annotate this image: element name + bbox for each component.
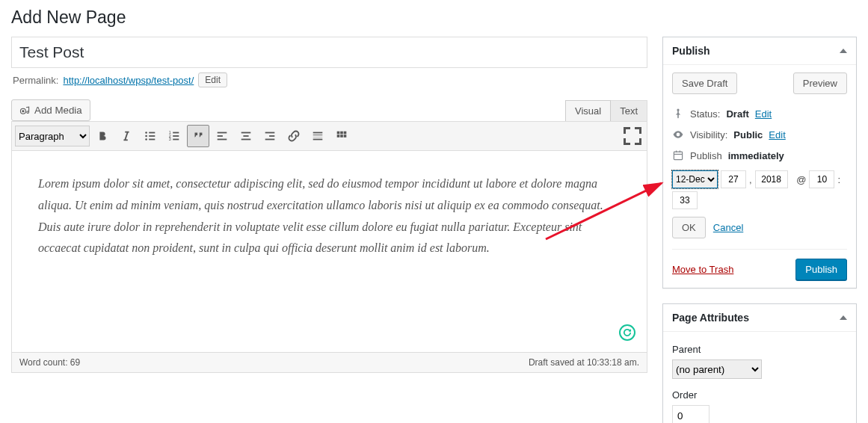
svg-rect-18 [241, 132, 251, 134]
editor-content[interactable]: Lorem ipsum dolor sit amet, consectetur … [11, 151, 647, 353]
schedule-ok-button[interactable]: OK [672, 217, 706, 238]
svg-rect-30 [344, 132, 347, 135]
svg-rect-8 [149, 139, 155, 141]
align-left-button[interactable] [211, 125, 233, 147]
publish-button[interactable]: Publish [795, 259, 847, 280]
svg-point-3 [145, 132, 147, 134]
svg-rect-17 [218, 139, 227, 141]
svg-rect-34 [674, 152, 682, 159]
comma: , [749, 174, 752, 185]
save-draft-button[interactable]: Save Draft [672, 72, 737, 94]
visibility-edit-link[interactable]: Edit [769, 129, 785, 141]
svg-rect-12 [173, 135, 179, 137]
numbered-list-button[interactable]: 123 [163, 125, 185, 147]
svg-point-1 [22, 110, 24, 111]
publish-box: Publish Save Draft Preview Status: Draft… [662, 37, 857, 288]
svg-rect-6 [149, 135, 155, 137]
schedule-month-select[interactable]: 12-Dec [672, 170, 718, 188]
editor-toolbar: Paragraph 123 [11, 121, 647, 151]
page-attributes-box: Page Attributes Parent (no parent) Order [662, 303, 857, 423]
status-value: Draft [726, 108, 748, 120]
tab-visual[interactable]: Visual [565, 100, 611, 121]
word-count: Word count: 69 [19, 357, 80, 368]
content-paragraph[interactable]: Lorem ipsum dolor sit amet, consectetur … [38, 173, 621, 259]
bullet-list-button[interactable] [139, 125, 161, 147]
time-sep: : [837, 174, 840, 185]
publish-schedule-label: Publish [690, 150, 722, 161]
status-label: Status: [690, 108, 720, 120]
align-center-button[interactable] [235, 125, 257, 147]
page-attributes-title: Page Attributes [672, 312, 749, 324]
svg-rect-19 [243, 135, 248, 137]
visibility-value: Public [733, 129, 763, 141]
permalink-url[interactable]: http://localhost/wpsp/test-post/ [63, 75, 194, 86]
fullscreen-button[interactable] [621, 125, 644, 147]
svg-rect-23 [265, 139, 275, 141]
bold-button[interactable] [91, 125, 114, 147]
schedule-cancel-link[interactable]: Cancel [713, 222, 743, 233]
align-right-button[interactable] [259, 125, 281, 147]
svg-rect-16 [218, 135, 223, 137]
publish-schedule-value: immediately [728, 150, 784, 161]
visibility-label: Visibility: [690, 129, 727, 141]
svg-point-5 [145, 135, 147, 138]
link-button[interactable] [283, 125, 305, 147]
collapse-icon [840, 315, 847, 320]
svg-rect-29 [340, 132, 343, 135]
parent-label: Parent [672, 344, 847, 355]
post-title-input[interactable] [11, 37, 647, 68]
format-select[interactable]: Paragraph [15, 126, 90, 146]
order-label: Order [672, 389, 847, 401]
tab-text[interactable]: Text [611, 100, 647, 121]
draft-saved-status: Draft saved at 10:33:18 am. [529, 357, 639, 368]
publish-box-header[interactable]: Publish [663, 37, 856, 65]
svg-rect-22 [269, 135, 274, 137]
page-heading: Add New Page [11, 7, 857, 28]
page-attributes-header[interactable]: Page Attributes [663, 304, 856, 332]
svg-rect-25 [313, 135, 323, 135]
order-input[interactable] [672, 405, 710, 423]
status-edit-link[interactable]: Edit [755, 108, 772, 120]
svg-rect-4 [149, 132, 155, 134]
schedule-minute-input[interactable] [672, 191, 698, 209]
publish-box-title: Publish [672, 45, 710, 57]
permalink-edit-button[interactable]: Edit [198, 72, 227, 87]
svg-rect-24 [313, 132, 323, 134]
svg-rect-10 [173, 132, 179, 134]
permalink-label: Permalink: [13, 75, 58, 86]
schedule-day-input[interactable] [721, 170, 746, 188]
svg-rect-27 [313, 139, 323, 141]
italic-button[interactable] [115, 125, 138, 147]
svg-point-7 [145, 138, 147, 141]
move-to-trash-link[interactable]: Move to Trash [672, 264, 733, 275]
svg-point-2 [27, 111, 29, 113]
insert-more-button[interactable] [307, 125, 329, 147]
at-symbol: @ [796, 174, 806, 185]
svg-rect-32 [340, 135, 343, 138]
svg-rect-20 [241, 139, 251, 141]
schedule-hour-input[interactable] [809, 170, 834, 188]
collapse-icon [840, 49, 847, 53]
svg-rect-31 [337, 135, 340, 138]
add-media-label: Add Media [34, 105, 82, 116]
camera-music-icon [19, 105, 30, 116]
toolbar-toggle-button[interactable] [330, 125, 353, 147]
svg-rect-21 [265, 132, 275, 134]
grammarly-icon[interactable] [619, 324, 635, 341]
parent-select[interactable]: (no parent) [672, 359, 762, 379]
svg-text:3: 3 [169, 137, 171, 141]
svg-rect-33 [344, 135, 347, 138]
pin-icon [672, 108, 684, 120]
add-media-button[interactable]: Add Media [11, 99, 90, 121]
schedule-year-input[interactable] [755, 170, 788, 188]
svg-rect-14 [173, 139, 179, 141]
preview-button[interactable]: Preview [793, 72, 847, 94]
calendar-icon [672, 149, 684, 161]
svg-rect-15 [218, 132, 227, 134]
svg-rect-26 [313, 137, 323, 138]
blockquote-button[interactable] [187, 125, 209, 147]
eye-icon [672, 129, 684, 141]
svg-rect-28 [337, 132, 340, 135]
